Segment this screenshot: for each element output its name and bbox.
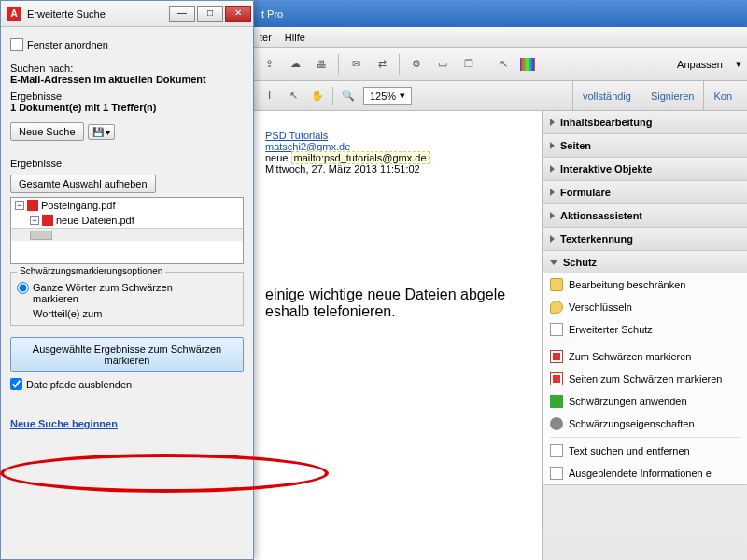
item-remove-hidden[interactable]: Ausgeblendete Informationen e: [543, 462, 747, 484]
minimize-button[interactable]: —: [169, 6, 195, 22]
save-button[interactable]: 💾 ▾: [88, 124, 116, 140]
item-advanced[interactable]: Erweiterter Schutz: [543, 318, 747, 341]
adobe-icon: A: [7, 7, 21, 21]
results-tree[interactable]: − Posteingang.pdf − neue Dateien.pdf: [10, 197, 244, 264]
item-encrypt[interactable]: Verschlüsseln: [543, 296, 747, 318]
mail-icon[interactable]: ✉: [346, 55, 365, 74]
print-icon[interactable]: 🖶: [312, 55, 331, 74]
close-button[interactable]: ✕: [225, 6, 251, 22]
panel-interactive[interactable]: Interaktive Objekte: [543, 158, 747, 180]
results-label-2: Ergebnisse:: [10, 158, 244, 169]
group-title: Schwärzungsmarkierungsoptionen: [17, 266, 165, 276]
gear-icon: [550, 417, 563, 430]
separator: [550, 343, 740, 343]
arrange-windows[interactable]: Fenster anordnen: [10, 38, 244, 51]
deselect-all-button[interactable]: Gesamte Auswahl aufheben: [10, 175, 156, 193]
radio-whole-words[interactable]: Ganze Wörter zum Schwärzen markieren: [17, 282, 237, 304]
hand-icon[interactable]: ✋: [308, 87, 327, 105]
checkbox-input[interactable]: [10, 378, 22, 390]
redaction-options-group: Schwärzungsmarkierungsoptionen Ganze Wör…: [10, 272, 244, 326]
panel-pages[interactable]: Seiten: [543, 134, 747, 157]
page-icon[interactable]: ▭: [433, 55, 452, 74]
cursor-icon[interactable]: ↖: [494, 55, 513, 74]
sender-link[interactable]: PSD Tutorials: [265, 130, 328, 141]
results-value: 1 Dokument(e) mit 1 Treffer(n): [10, 102, 244, 113]
main-app-window: t Pro ter Hilfe ⇪ ☁ 🖶 ✉ ⇄ ⚙ ▭ ❐ ↖ Anpass…: [254, 0, 747, 560]
separator: [399, 54, 400, 75]
separator: [338, 54, 339, 75]
color-icon[interactable]: [520, 58, 535, 71]
horizontal-scrollbar[interactable]: [11, 228, 243, 241]
item-search-remove[interactable]: Text suchen und entfernen: [543, 440, 747, 462]
search-for-label: Suchen nach:: [10, 63, 244, 74]
app-titlebar: t Pro: [254, 1, 747, 27]
panel-forms[interactable]: Formulare: [543, 181, 747, 203]
cloud-icon[interactable]: ☁: [286, 55, 304, 74]
hide-paths-checkbox[interactable]: Dateipfade ausblenden: [10, 378, 244, 390]
item-mark-redact[interactable]: Zum Schwärzen markieren: [543, 345, 747, 368]
body-text: einige wichtige neue Dateien abgele: [265, 287, 530, 303]
panel-content-edit[interactable]: Inhaltsbearbeitung: [543, 111, 747, 133]
security-items: Bearbeitung beschränken Verschlüsseln Er…: [543, 273, 747, 484]
date-text: Mittwoch, 27. März 2013 11:51:02: [265, 163, 530, 175]
tab-comment[interactable]: Kon: [703, 81, 741, 110]
body-text: eshalb telefonieren.: [265, 303, 530, 320]
zoom-icon[interactable]: 🔍: [339, 87, 358, 105]
export-icon[interactable]: ⇪: [260, 55, 278, 74]
share-icon[interactable]: ⇄: [373, 55, 391, 74]
shield-icon: [550, 301, 563, 314]
collapse-icon[interactable]: −: [15, 201, 24, 210]
chevron-right-icon: [550, 189, 555, 196]
toolbar-secondary: Ⅰ ↖ ✋ 🔍 125% ▾ vollständig Signieren Kon: [254, 81, 747, 111]
item-apply[interactable]: Schwärzungen anwenden: [543, 390, 747, 413]
pointer-icon[interactable]: ↖: [284, 87, 303, 105]
tree-file-1[interactable]: − Posteingang.pdf: [11, 198, 243, 213]
app-title: t Pro: [261, 8, 283, 20]
zoom-combo[interactable]: 125% ▾: [363, 87, 412, 105]
prefix-text: neue: [265, 152, 288, 163]
dialog-titlebar: A Erweiterte Suche — □ ✕: [1, 1, 253, 27]
menu-item[interactable]: ter: [260, 32, 272, 43]
item-mark-pages[interactable]: Seiten zum Schwärzen markieren: [543, 368, 747, 390]
redact-icon: [550, 350, 563, 363]
advanced-search-dialog: A Erweiterte Suche — □ ✕ Fenster anordne…: [0, 0, 254, 560]
customize-button[interactable]: Anpassen: [677, 59, 728, 70]
new-search-button[interactable]: Neue Suche: [10, 122, 84, 141]
panel-action-wizard[interactable]: Aktionsassistent: [543, 204, 747, 227]
document-icon: [550, 323, 563, 336]
item-restrict[interactable]: Bearbeitung beschränken: [543, 273, 747, 296]
redact-pages-icon: [550, 372, 563, 385]
right-tabs: vollständig Signieren Kon: [572, 81, 741, 110]
mark-for-redaction-button[interactable]: Ausgewählte Ergebnisse zum Schwärzen mar…: [10, 337, 244, 372]
document-area: PSD Tutorials matschi2@gmx.de neue mailt…: [254, 111, 747, 560]
chevron-right-icon: [550, 235, 555, 243]
item-props[interactable]: Schwärzungseigenschaften: [543, 413, 747, 435]
chevron-right-icon: [550, 212, 555, 219]
maximize-button[interactable]: □: [197, 6, 223, 22]
chevron-down-icon[interactable]: ▾: [736, 58, 741, 70]
start-new-search-link[interactable]: Neue Suche beginnen: [10, 418, 244, 429]
tab-sign[interactable]: Signieren: [641, 81, 703, 110]
mailto-highlight[interactable]: mailto:psd_tutorials@gmx.de: [291, 151, 430, 164]
gear-icon[interactable]: ⚙: [407, 55, 426, 74]
tree-file-2[interactable]: − neue Dateien.pdf: [11, 213, 243, 228]
text-select-icon[interactable]: Ⅰ: [260, 87, 278, 105]
copy-icon[interactable]: ❐: [459, 55, 478, 74]
separator: [550, 437, 740, 438]
chevron-down-icon: ▾: [400, 90, 405, 102]
panel-text-recog[interactable]: Texterkennung: [543, 228, 747, 250]
pdf-icon: [42, 215, 53, 226]
shield-icon: [550, 278, 563, 291]
search-for-value: E-Mail-Adressen im aktuellen Dokument: [10, 74, 244, 85]
collapse-icon[interactable]: −: [30, 216, 39, 225]
pdf-icon: [27, 200, 38, 211]
results-label: Ergebnisse:: [10, 91, 244, 102]
radio-word-parts[interactable]: Wortteil(e) zum: [17, 308, 237, 319]
document-page: PSD Tutorials matschi2@gmx.de neue mailt…: [254, 111, 542, 560]
apply-icon: [550, 395, 563, 408]
menu-help[interactable]: Hilfe: [285, 32, 305, 43]
hidden-icon: [550, 467, 563, 480]
tab-full[interactable]: vollständig: [572, 81, 641, 110]
radio-input[interactable]: [17, 282, 29, 294]
panel-security[interactable]: Schutz: [543, 251, 747, 273]
